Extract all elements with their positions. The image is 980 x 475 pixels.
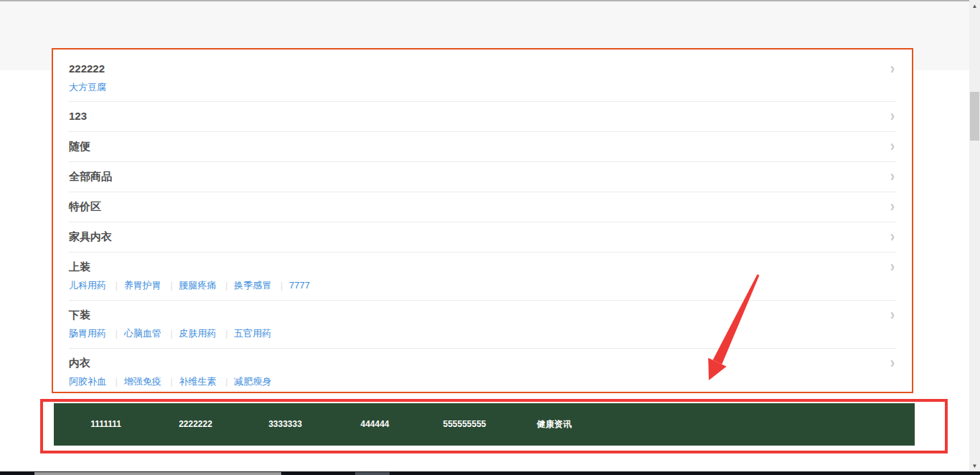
chevron-right-icon[interactable]: › bbox=[890, 63, 896, 75]
category-row: 222222 › 大方豆腐 bbox=[69, 55, 896, 102]
subcategory-link[interactable]: 肠胃用药 bbox=[69, 328, 106, 339]
category-row: 123 › bbox=[69, 102, 896, 132]
subcategory-link[interactable]: 儿科用药 bbox=[69, 280, 106, 291]
subcategory-link[interactable]: 大方豆腐 bbox=[69, 82, 106, 93]
category-row: 上装 › 儿科用药 养胃护胃 腰腿疼痛 换季感冒 7777 bbox=[69, 253, 896, 301]
chevron-right-icon[interactable]: › bbox=[890, 309, 896, 321]
category-title[interactable]: 特价区 bbox=[69, 199, 101, 214]
subcategory-link[interactable]: 腰腿疼痛 bbox=[164, 280, 216, 291]
category-row: 全部商品 › bbox=[69, 162, 896, 192]
scrollbar-thumb[interactable] bbox=[970, 92, 979, 141]
category-title[interactable]: 222222 bbox=[69, 62, 105, 76]
chevron-right-icon[interactable]: › bbox=[890, 201, 896, 212]
subcategory-links: 肠胃用药 心脑血管 皮肤用药 五官用药 bbox=[69, 327, 896, 340]
vertical-scrollbar[interactable]: ▲ ▼ bbox=[969, 0, 980, 475]
category-row: 随便 › bbox=[69, 132, 896, 162]
subcategory-link[interactable]: 皮肤用药 bbox=[164, 328, 216, 339]
subcategory-link[interactable]: 换季感冒 bbox=[219, 280, 271, 291]
category-row: 下装 › 肠胃用药 心脑血管 皮肤用药 五官用药 bbox=[69, 301, 896, 349]
footer-nav-item[interactable]: 555555555 bbox=[420, 403, 509, 446]
category-title[interactable]: 全部商品 bbox=[69, 169, 112, 184]
subcategory-link[interactable]: 减肥瘦身 bbox=[219, 376, 271, 387]
footer-nav-item[interactable]: 1111111 bbox=[61, 403, 151, 446]
category-title[interactable]: 123 bbox=[69, 109, 87, 123]
chevron-right-icon[interactable]: › bbox=[890, 110, 896, 122]
category-title[interactable]: 家具内衣 bbox=[69, 230, 112, 244]
category-list-panel: 222222 › 大方豆腐 123 › 随便 › 全部商品 › 特价区 › 家 bbox=[52, 48, 913, 393]
subcategory-link[interactable]: 7777 bbox=[274, 280, 310, 291]
chevron-right-icon[interactable]: › bbox=[890, 171, 896, 182]
category-row: 家具内衣 › bbox=[69, 222, 896, 253]
category-row: 内衣 › 阿胶补血 增强免疫 补维生素 减肥瘦身 bbox=[69, 349, 896, 396]
subcategory-link[interactable]: 心脑血管 bbox=[109, 328, 161, 339]
subcategory-link[interactable]: 养胃护胃 bbox=[109, 280, 161, 291]
category-title[interactable]: 内衣 bbox=[69, 356, 90, 370]
subcategory-links: 大方豆腐 bbox=[69, 81, 896, 93]
subcategory-link[interactable]: 五官用药 bbox=[219, 328, 271, 339]
subcategory-links: 儿科用药 养胃护胃 腰腿疼痛 换季感冒 7777 bbox=[69, 279, 896, 292]
subcategory-link[interactable]: 阿胶补血 bbox=[69, 376, 106, 387]
category-title[interactable]: 下装 bbox=[69, 308, 90, 322]
category-row: 特价区 › bbox=[69, 192, 896, 222]
taskbar-segment bbox=[34, 472, 281, 475]
scroll-up-icon[interactable]: ▲ bbox=[969, 1, 980, 12]
category-title[interactable]: 上装 bbox=[69, 260, 90, 274]
taskbar-segment bbox=[355, 472, 390, 475]
taskbar-edge bbox=[0, 471, 980, 475]
footer-nav-item[interactable]: 2222222 bbox=[151, 403, 240, 446]
subcategory-link[interactable]: 补维生素 bbox=[164, 376, 216, 387]
chevron-right-icon[interactable]: › bbox=[890, 261, 896, 273]
footer-nav-item[interactable]: 444444 bbox=[330, 403, 420, 446]
subcategory-link[interactable]: 增强免疫 bbox=[109, 376, 161, 387]
scroll-down-icon[interactable]: ▼ bbox=[969, 461, 980, 472]
chevron-right-icon[interactable]: › bbox=[890, 231, 896, 243]
footer-nav-item[interactable]: 3333333 bbox=[240, 403, 330, 446]
category-title[interactable]: 随便 bbox=[69, 139, 90, 154]
footer-nav-bar: 1111111 2222222 3333333 444444 555555555… bbox=[54, 403, 915, 446]
footer-nav-item[interactable]: 健康资讯 bbox=[509, 403, 599, 446]
chevron-right-icon[interactable]: › bbox=[890, 357, 896, 369]
footer-nav-list: 1111111 2222222 3333333 444444 555555555… bbox=[54, 403, 915, 446]
subcategory-links: 阿胶补血 增强免疫 补维生素 减肥瘦身 bbox=[69, 375, 896, 388]
chevron-right-icon[interactable]: › bbox=[890, 141, 896, 152]
